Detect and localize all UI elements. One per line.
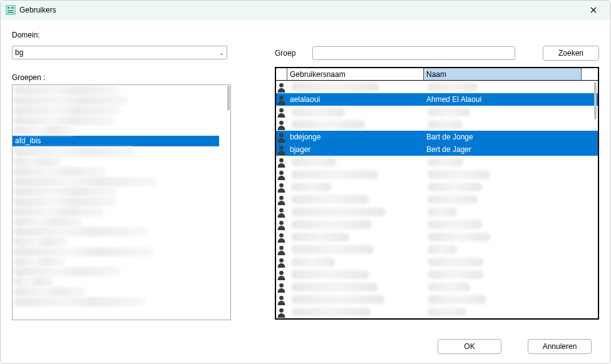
- window-close-button[interactable]: [580, 2, 607, 18]
- domain-label: Domein:: [12, 31, 231, 39]
- svg-point-14: [279, 195, 284, 200]
- svg-point-12: [279, 170, 284, 174]
- row-icon-cell: [276, 168, 287, 181]
- row-username-cell: bjager: [287, 143, 424, 156]
- table-row-selected[interactable]: bjagerBert de Jager: [276, 143, 598, 156]
- row-icon-cell: [276, 106, 287, 118]
- row-name-cell: [424, 243, 598, 256]
- row-username-cell: [287, 293, 424, 306]
- ok-button[interactable]: OK: [438, 339, 501, 354]
- row-username-cell: [287, 81, 424, 93]
- list-item[interactable]: [14, 177, 158, 186]
- list-item[interactable]: [14, 116, 115, 125]
- row-username-cell: [287, 243, 424, 256]
- svg-rect-1: [8, 7, 10, 9]
- row-icon-cell: [276, 306, 287, 318]
- table-row[interactable]: [276, 156, 598, 168]
- list-item[interactable]: [14, 167, 106, 176]
- row-username-cell: [287, 281, 424, 293]
- svg-point-5: [279, 83, 284, 87]
- domain-combobox[interactable]: bg ⌄: [12, 46, 227, 59]
- row-icon-cell: [276, 81, 287, 93]
- list-item[interactable]: [14, 247, 153, 256]
- close-icon: [590, 7, 597, 13]
- table-row[interactable]: [276, 106, 598, 118]
- user-icon: [277, 207, 286, 218]
- search-button[interactable]: Zoeken: [543, 46, 599, 61]
- list-item[interactable]: [14, 287, 86, 296]
- table-row[interactable]: [276, 181, 598, 193]
- list-item[interactable]: [14, 257, 66, 266]
- cancel-button[interactable]: Annuleren: [528, 339, 592, 354]
- row-name-cell: Bert de Jager: [424, 143, 598, 156]
- table-row[interactable]: [276, 168, 598, 181]
- window-title: Gebruikers: [19, 6, 56, 14]
- table-row[interactable]: [276, 293, 598, 306]
- groups-scrollbar-thumb[interactable]: [227, 86, 230, 111]
- row-icon-cell: [276, 206, 287, 218]
- list-item[interactable]: [14, 197, 117, 206]
- user-icon: [277, 307, 286, 318]
- row-name-cell: [424, 256, 598, 268]
- right-column: Groep Zoeken Gebruikersnaam Naam aelalao…: [275, 31, 599, 330]
- group-filter-input[interactable]: [312, 46, 515, 60]
- row-icon-cell: [276, 131, 287, 143]
- users-grid[interactable]: Gebruikersnaam Naam aelalaouiAhmed El Al…: [275, 67, 599, 320]
- list-item[interactable]: [14, 217, 83, 226]
- row-icon-cell: [276, 218, 287, 231]
- list-item[interactable]: [14, 147, 136, 156]
- user-icon: [277, 220, 286, 230]
- user-icon: [277, 82, 286, 93]
- dialog-content: Domein: bg ⌄ Groepen : afd_ibis Groep: [1, 19, 610, 330]
- table-row[interactable]: [276, 118, 598, 131]
- users-grid-name-header[interactable]: Naam: [424, 68, 598, 80]
- row-username-cell: [287, 306, 424, 318]
- row-icon-cell: [276, 93, 287, 106]
- row-name-cell: [424, 118, 598, 131]
- user-icon: [277, 295, 286, 305]
- table-row[interactable]: [276, 231, 598, 243]
- row-icon-cell: [276, 181, 287, 193]
- table-row[interactable]: [276, 81, 598, 93]
- table-row[interactable]: [276, 268, 598, 281]
- list-item[interactable]: [14, 237, 68, 246]
- user-icon: [277, 195, 286, 205]
- list-item[interactable]: [14, 96, 128, 105]
- table-row[interactable]: [276, 243, 598, 256]
- list-item[interactable]: [14, 227, 147, 236]
- groups-listbox[interactable]: afd_ibis: [12, 84, 231, 320]
- row-username-cell: [287, 181, 424, 193]
- table-row-selected[interactable]: aelalaouiAhmed El Alaoui: [276, 93, 598, 106]
- table-row[interactable]: [276, 306, 598, 318]
- row-name-cell: [424, 268, 598, 281]
- row-name-cell: [424, 218, 598, 231]
- list-item[interactable]: [14, 86, 118, 95]
- users-grid-username-header[interactable]: Gebruikersnaam: [287, 68, 424, 80]
- list-item[interactable]: [14, 106, 121, 115]
- table-row-selected[interactable]: bdejongeBart de Jonge: [276, 131, 598, 143]
- users-grid-body: aelalaouiAhmed El AlaouibdejongeBart de …: [276, 81, 598, 318]
- row-icon-cell: [276, 281, 287, 293]
- list-item[interactable]: [14, 187, 117, 196]
- svg-point-20: [279, 270, 284, 275]
- table-row[interactable]: [276, 256, 598, 268]
- list-item[interactable]: [14, 297, 145, 306]
- list-item[interactable]: [14, 277, 54, 286]
- list-item[interactable]: [14, 157, 62, 166]
- user-icon: [277, 169, 286, 180]
- users-grid-scrollbar-thumb[interactable]: [594, 82, 597, 119]
- user-icon: [277, 119, 286, 130]
- table-row[interactable]: [276, 206, 598, 218]
- list-item-selected[interactable]: afd_ibis: [13, 136, 219, 146]
- svg-rect-4: [8, 12, 14, 13]
- list-item[interactable]: [14, 207, 105, 216]
- table-row[interactable]: [276, 218, 598, 231]
- table-row[interactable]: [276, 193, 598, 206]
- list-item[interactable]: [14, 126, 76, 135]
- svg-point-17: [279, 233, 284, 237]
- table-row[interactable]: [276, 281, 598, 293]
- svg-rect-2: [11, 7, 14, 9]
- user-icon: [277, 232, 286, 243]
- row-username-cell: [287, 118, 424, 131]
- list-item[interactable]: [14, 267, 121, 276]
